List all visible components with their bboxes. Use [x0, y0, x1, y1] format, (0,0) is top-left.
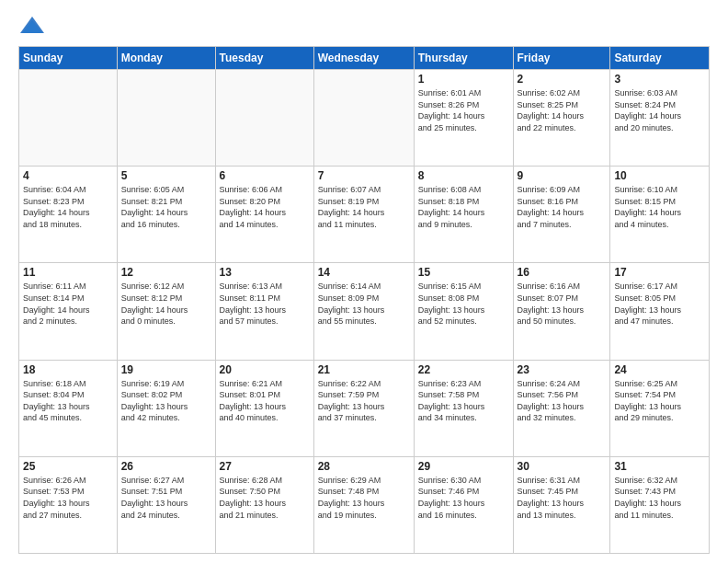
day-header-tuesday: Tuesday	[215, 47, 313, 70]
day-number: 14	[318, 266, 410, 279]
day-number: 3	[614, 73, 705, 86]
day-info: Sunrise: 6:10 AM Sunset: 8:15 PM Dayligh…	[614, 184, 705, 230]
day-number: 20	[220, 363, 310, 376]
calendar-cell	[313, 70, 414, 167]
day-info: Sunrise: 6:06 AM Sunset: 8:20 PM Dayligh…	[220, 184, 310, 230]
calendar-week-1: 1Sunrise: 6:01 AM Sunset: 8:26 PM Daylig…	[19, 70, 710, 167]
calendar-cell: 31Sunrise: 6:32 AM Sunset: 7:43 PM Dayli…	[610, 456, 710, 553]
day-info: Sunrise: 6:01 AM Sunset: 8:26 PM Dayligh…	[418, 87, 509, 133]
calendar-cell	[215, 70, 313, 167]
calendar-cell: 4Sunrise: 6:04 AM Sunset: 8:23 PM Daylig…	[19, 167, 118, 263]
day-info: Sunrise: 6:28 AM Sunset: 7:50 PM Dayligh…	[220, 475, 310, 521]
day-header-saturday: Saturday	[610, 47, 710, 70]
calendar-cell: 19Sunrise: 6:19 AM Sunset: 8:02 PM Dayli…	[117, 360, 215, 456]
day-info: Sunrise: 6:16 AM Sunset: 8:07 PM Dayligh…	[518, 281, 607, 327]
calendar-cell: 17Sunrise: 6:17 AM Sunset: 8:05 PM Dayli…	[610, 263, 710, 360]
day-info: Sunrise: 6:03 AM Sunset: 8:24 PM Dayligh…	[614, 87, 705, 133]
day-info: Sunrise: 6:15 AM Sunset: 8:08 PM Dayligh…	[418, 281, 509, 327]
day-number: 4	[23, 169, 113, 182]
day-number: 23	[518, 363, 607, 376]
calendar-cell: 1Sunrise: 6:01 AM Sunset: 8:26 PM Daylig…	[414, 70, 513, 167]
calendar-cell: 8Sunrise: 6:08 AM Sunset: 8:18 PM Daylig…	[414, 167, 513, 263]
day-info: Sunrise: 6:07 AM Sunset: 8:19 PM Dayligh…	[318, 184, 410, 230]
calendar-cell: 14Sunrise: 6:14 AM Sunset: 8:09 PM Dayli…	[313, 263, 414, 360]
day-header-wednesday: Wednesday	[313, 47, 414, 70]
calendar-week-5: 25Sunrise: 6:26 AM Sunset: 7:53 PM Dayli…	[19, 456, 710, 553]
day-info: Sunrise: 6:25 AM Sunset: 7:54 PM Dayligh…	[614, 378, 705, 424]
calendar-cell: 18Sunrise: 6:18 AM Sunset: 8:04 PM Dayli…	[19, 360, 118, 456]
day-number: 26	[121, 460, 211, 473]
calendar-cell: 11Sunrise: 6:11 AM Sunset: 8:14 PM Dayli…	[19, 263, 118, 360]
calendar-cell	[117, 70, 215, 167]
calendar-cell: 6Sunrise: 6:06 AM Sunset: 8:20 PM Daylig…	[215, 167, 313, 263]
calendar-cell: 10Sunrise: 6:10 AM Sunset: 8:15 PM Dayli…	[610, 167, 710, 263]
calendar-cell: 22Sunrise: 6:23 AM Sunset: 7:58 PM Dayli…	[414, 360, 513, 456]
day-number: 5	[121, 169, 211, 182]
header	[18, 15, 710, 37]
calendar-cell: 21Sunrise: 6:22 AM Sunset: 7:59 PM Dayli…	[313, 360, 414, 456]
day-number: 16	[518, 266, 607, 279]
calendar-cell: 30Sunrise: 6:31 AM Sunset: 7:45 PM Dayli…	[513, 456, 610, 553]
day-info: Sunrise: 6:29 AM Sunset: 7:48 PM Dayligh…	[318, 475, 410, 521]
day-number: 25	[23, 460, 113, 473]
day-number: 7	[318, 169, 410, 182]
calendar-week-4: 18Sunrise: 6:18 AM Sunset: 8:04 PM Dayli…	[19, 360, 710, 456]
calendar-cell: 9Sunrise: 6:09 AM Sunset: 8:16 PM Daylig…	[513, 167, 610, 263]
day-info: Sunrise: 6:11 AM Sunset: 8:14 PM Dayligh…	[23, 281, 113, 327]
calendar-cell	[19, 70, 118, 167]
day-info: Sunrise: 6:21 AM Sunset: 8:01 PM Dayligh…	[220, 378, 310, 424]
day-info: Sunrise: 6:17 AM Sunset: 8:05 PM Dayligh…	[614, 281, 705, 327]
day-info: Sunrise: 6:19 AM Sunset: 8:02 PM Dayligh…	[121, 378, 211, 424]
calendar-cell: 16Sunrise: 6:16 AM Sunset: 8:07 PM Dayli…	[513, 263, 610, 360]
calendar-table: SundayMondayTuesdayWednesdayThursdayFrid…	[18, 46, 710, 554]
day-number: 21	[318, 363, 410, 376]
day-info: Sunrise: 6:31 AM Sunset: 7:45 PM Dayligh…	[518, 475, 607, 521]
calendar-cell: 12Sunrise: 6:12 AM Sunset: 8:12 PM Dayli…	[117, 263, 215, 360]
day-header-thursday: Thursday	[414, 47, 513, 70]
day-info: Sunrise: 6:23 AM Sunset: 7:58 PM Dayligh…	[418, 378, 509, 424]
day-number: 8	[418, 169, 509, 182]
calendar-cell: 29Sunrise: 6:30 AM Sunset: 7:46 PM Dayli…	[414, 456, 513, 553]
day-number: 31	[614, 460, 705, 473]
day-info: Sunrise: 6:09 AM Sunset: 8:16 PM Dayligh…	[518, 184, 607, 230]
calendar-cell: 23Sunrise: 6:24 AM Sunset: 7:56 PM Dayli…	[513, 360, 610, 456]
day-info: Sunrise: 6:27 AM Sunset: 7:51 PM Dayligh…	[121, 475, 211, 521]
day-number: 19	[121, 363, 211, 376]
day-header-monday: Monday	[117, 47, 215, 70]
calendar-page: SundayMondayTuesdayWednesdayThursdayFrid…	[0, 0, 728, 563]
calendar-cell: 5Sunrise: 6:05 AM Sunset: 8:21 PM Daylig…	[117, 167, 215, 263]
calendar-week-2: 4Sunrise: 6:04 AM Sunset: 8:23 PM Daylig…	[19, 167, 710, 263]
day-number: 9	[518, 169, 607, 182]
logo-icon	[18, 15, 46, 37]
day-number: 6	[220, 169, 310, 182]
day-number: 10	[614, 169, 705, 182]
day-info: Sunrise: 6:14 AM Sunset: 8:09 PM Dayligh…	[318, 281, 410, 327]
calendar-cell: 25Sunrise: 6:26 AM Sunset: 7:53 PM Dayli…	[19, 456, 118, 553]
day-info: Sunrise: 6:13 AM Sunset: 8:11 PM Dayligh…	[220, 281, 310, 327]
day-number: 1	[418, 73, 509, 86]
day-number: 12	[121, 266, 211, 279]
day-info: Sunrise: 6:05 AM Sunset: 8:21 PM Dayligh…	[121, 184, 211, 230]
day-number: 28	[318, 460, 410, 473]
calendar-cell: 3Sunrise: 6:03 AM Sunset: 8:24 PM Daylig…	[610, 70, 710, 167]
day-info: Sunrise: 6:22 AM Sunset: 7:59 PM Dayligh…	[318, 378, 410, 424]
calendar-body: 1Sunrise: 6:01 AM Sunset: 8:26 PM Daylig…	[19, 70, 710, 554]
day-number: 11	[23, 266, 113, 279]
day-info: Sunrise: 6:08 AM Sunset: 8:18 PM Dayligh…	[418, 184, 509, 230]
day-info: Sunrise: 6:02 AM Sunset: 8:25 PM Dayligh…	[518, 87, 607, 133]
day-info: Sunrise: 6:18 AM Sunset: 8:04 PM Dayligh…	[23, 378, 113, 424]
calendar-cell: 13Sunrise: 6:13 AM Sunset: 8:11 PM Dayli…	[215, 263, 313, 360]
day-number: 13	[220, 266, 310, 279]
day-header-friday: Friday	[513, 47, 610, 70]
day-info: Sunrise: 6:32 AM Sunset: 7:43 PM Dayligh…	[614, 475, 705, 521]
day-number: 29	[418, 460, 509, 473]
day-number: 2	[518, 73, 607, 86]
day-number: 30	[518, 460, 607, 473]
calendar-cell: 28Sunrise: 6:29 AM Sunset: 7:48 PM Dayli…	[313, 456, 414, 553]
calendar-cell: 15Sunrise: 6:15 AM Sunset: 8:08 PM Dayli…	[414, 263, 513, 360]
day-header-sunday: Sunday	[19, 47, 118, 70]
calendar-cell: 20Sunrise: 6:21 AM Sunset: 8:01 PM Dayli…	[215, 360, 313, 456]
day-number: 22	[418, 363, 509, 376]
day-number: 18	[23, 363, 113, 376]
day-number: 15	[418, 266, 509, 279]
